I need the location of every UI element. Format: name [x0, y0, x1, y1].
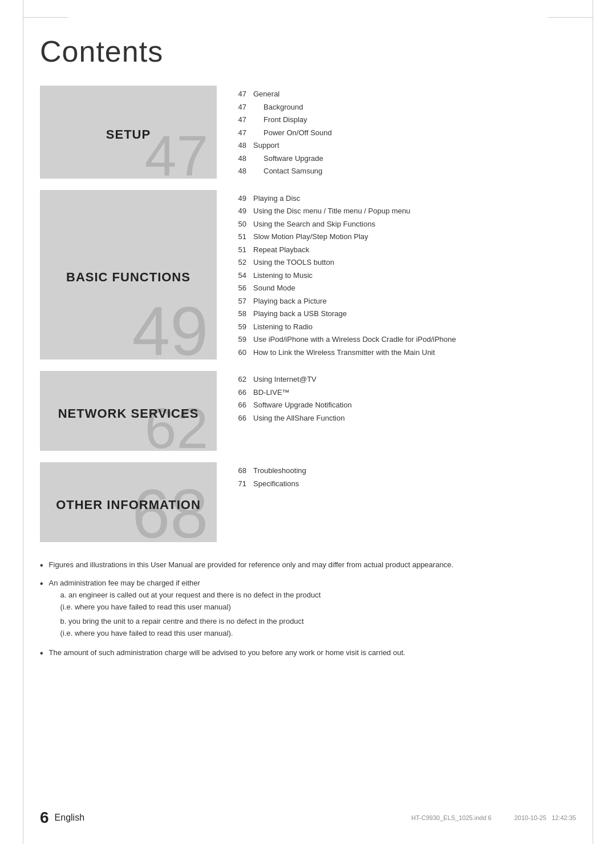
- list-item: 51Slow Motion Play/Step Motion Play: [234, 231, 576, 243]
- toc-page-number: 47: [234, 88, 246, 100]
- toc-page-number: 50: [234, 219, 246, 230]
- toc-entry-text: Background: [253, 102, 303, 113]
- list-item: 56Sound Mode: [234, 282, 576, 294]
- list-item: 48Contact Samsung: [234, 165, 576, 177]
- list-item: 52Using the TOOLS button: [234, 257, 576, 268]
- toc-page-number: 48: [234, 140, 246, 151]
- toc-entry-text: Support: [253, 140, 279, 151]
- toc-entry-text: Playing back a USB Storage: [253, 308, 347, 320]
- toc-entry-text: Specifications: [253, 478, 299, 490]
- bullet-1: •: [40, 559, 43, 572]
- list-item: 50Using the Search and Skip Functions: [234, 219, 576, 230]
- section-block-other: OTHER INFORMATION 68: [40, 462, 217, 542]
- toc-entry-text: Listening to Radio: [253, 321, 313, 333]
- basic-entries: 49Playing a Disc49Using the Disc menu / …: [234, 190, 576, 360]
- list-item: 66BD-LIVE™: [234, 387, 576, 398]
- toc-entry-text: Software Upgrade Notification: [253, 399, 352, 411]
- border-right: [592, 0, 593, 844]
- basic-number: 49: [132, 297, 208, 365]
- list-item: 49Using the Disc menu / Title menu / Pop…: [234, 205, 576, 217]
- disclaimer-1-text: Figures and illustrations in this User M…: [49, 559, 453, 572]
- toc-page-number: 57: [234, 296, 246, 307]
- list-item: 62Using Internet@TV: [234, 374, 576, 385]
- toc-page-number: 71: [234, 478, 246, 490]
- toc-page-number: 52: [234, 257, 246, 268]
- list-item: 47Power On/Off Sound: [234, 127, 576, 139]
- toc-page-number: 47: [234, 114, 246, 126]
- list-item: 54Listening to Music: [234, 270, 576, 281]
- other-title: OTHER INFORMATION: [56, 498, 201, 512]
- border-left: [23, 0, 24, 844]
- toc-entry-text: Using Internet@TV: [253, 374, 317, 385]
- toc-page-number: 59: [234, 334, 246, 345]
- toc-entry-text: Software Upgrade: [253, 153, 323, 164]
- list-item: 49Playing a Disc: [234, 193, 576, 204]
- toc-entry-text: Slow Motion Play/Step Motion Play: [253, 231, 368, 243]
- toc-entry-text: Front Display: [253, 114, 307, 126]
- toc-entry-text: Troubleshooting: [253, 465, 306, 476]
- disclaimers-section: • Figures and illustrations in this User…: [40, 559, 576, 660]
- list-item: 71Specifications: [234, 478, 576, 490]
- footer-date: 2010-10-25 12:42:35: [514, 814, 576, 821]
- toc-page-number: 51: [234, 244, 246, 256]
- toc-entry-text: Playing a Disc: [253, 193, 300, 204]
- bullet-3: •: [40, 647, 43, 660]
- section-block-setup: SETUP 47: [40, 86, 217, 179]
- toc-entry-text: Playing back a Picture: [253, 296, 327, 307]
- toc-entry-text: Using the TOOLS button: [253, 257, 334, 268]
- list-item: 68Troubleshooting: [234, 465, 576, 476]
- basic-title: BASIC FUNCTIONS: [66, 270, 191, 285]
- toc-entry-text: Using the Search and Skip Functions: [253, 219, 375, 230]
- list-item: 58Playing back a USB Storage: [234, 308, 576, 320]
- toc-page-number: 60: [234, 347, 246, 358]
- disclaimer-2-content: An administration fee may be charged if …: [49, 578, 321, 641]
- page-footer: 6 English HT-C9930_ELS_1025.indd 6 2010-…: [40, 809, 576, 827]
- list-item: 47General: [234, 88, 576, 100]
- footer-filename: HT-C9930_ELS_1025.indd 6: [411, 814, 492, 821]
- other-entries: 68Troubleshooting71Specifications: [234, 462, 576, 542]
- list-item: 48Support: [234, 140, 576, 151]
- top-line-left: [23, 17, 68, 18]
- toc-row-basic: BASIC FUNCTIONS 49 49Playing a Disc49Usi…: [40, 190, 576, 360]
- toc-page-number: 51: [234, 231, 246, 243]
- toc-page-number: 62: [234, 374, 246, 385]
- toc-entry-text: Using the AllShare Function: [253, 413, 345, 424]
- toc-page-number: 49: [234, 205, 246, 217]
- disclaimer-1: • Figures and illustrations in this User…: [40, 559, 576, 572]
- toc-entry-text: How to Link the Wireless Transmitter wit…: [253, 347, 435, 358]
- list-item: 59Use iPod/iPhone with a Wireless Dock C…: [234, 334, 576, 345]
- toc-entry-text: Using the Disc menu / Title menu / Popup…: [253, 205, 410, 217]
- toc-page-number: 56: [234, 282, 246, 294]
- setup-entries: 47General47Background47Front Display47Po…: [234, 86, 576, 179]
- setup-title: SETUP: [106, 127, 151, 142]
- toc-entry-text: General: [253, 88, 279, 100]
- disclaimer-sub-item: b. you bring the unit to a repair centre…: [60, 616, 321, 640]
- toc-page-number: 58: [234, 308, 246, 320]
- page-number-block: 6 English: [40, 809, 84, 827]
- toc-page-number: 54: [234, 270, 246, 281]
- toc-page-number: 66: [234, 387, 246, 398]
- disclaimer-2-text: An administration fee may be charged if …: [49, 579, 200, 587]
- toc-page-number: 48: [234, 165, 246, 177]
- page-number: 6: [40, 809, 49, 827]
- list-item: 59Listening to Radio: [234, 321, 576, 333]
- network-title: NETWORK SERVICES: [58, 406, 199, 421]
- toc-entry-text: Listening to Music: [253, 270, 313, 281]
- disclaimer-2: • An administration fee may be charged i…: [40, 578, 576, 641]
- disclaimer-3: • The amount of such administration char…: [40, 647, 576, 660]
- list-item: 66Software Upgrade Notification: [234, 399, 576, 411]
- toc-entry-text: Repeat Playback: [253, 244, 309, 256]
- section-block-basic: BASIC FUNCTIONS 49: [40, 190, 217, 360]
- toc-entry-text: Sound Mode: [253, 282, 295, 294]
- toc-entry-text: BD-LIVE™: [253, 387, 290, 398]
- page-title: Contents: [40, 34, 576, 68]
- disclaimer-3-text: The amount of such administration charge…: [49, 647, 406, 660]
- list-item: 47Front Display: [234, 114, 576, 126]
- toc-page-number: 66: [234, 399, 246, 411]
- list-item: 51Repeat Playback: [234, 244, 576, 256]
- list-item: 47Background: [234, 102, 576, 113]
- list-item: 66Using the AllShare Function: [234, 413, 576, 424]
- toc-row-other: OTHER INFORMATION 68 68Troubleshooting71…: [40, 462, 576, 542]
- list-item: 57Playing back a Picture: [234, 296, 576, 307]
- disclaimer-sub-item: a. an engineer is called out at your req…: [60, 589, 321, 613]
